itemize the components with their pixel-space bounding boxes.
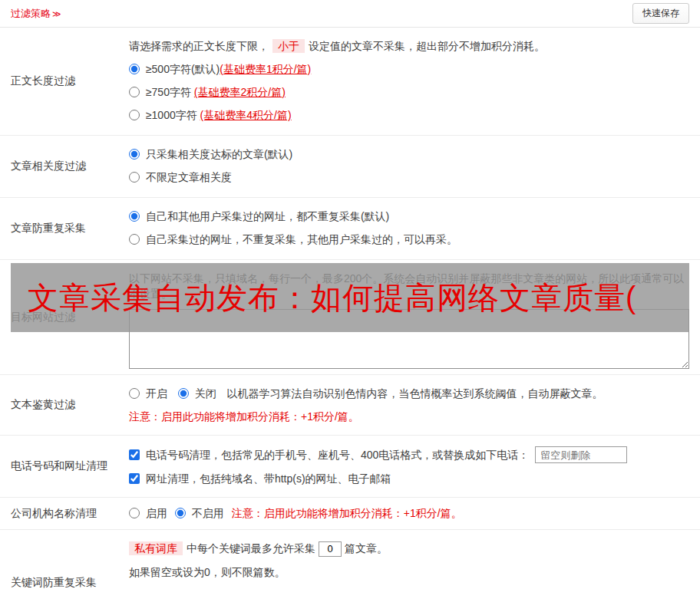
radio-dedupe-all-input[interactable]	[129, 211, 140, 222]
radio-relevance-any[interactable]: 不限定文章相关度	[129, 171, 689, 185]
promo-overlay-banner: 文章采集自动发布：如何提高网络文章质量(	[11, 263, 689, 332]
radio-750-note: (基础费率2积分/篇)	[194, 86, 286, 98]
company-clean-label: 公司机构名称清理	[0, 498, 129, 529]
keyword-dedupe-label: 关键词防重复采集	[0, 530, 129, 589]
checkbox-phone-clean-input[interactable]	[129, 449, 140, 460]
body-length-label: 正文长度过滤	[0, 28, 129, 135]
radio-company-on[interactable]: 启用	[129, 507, 167, 521]
section-company-clean: 公司机构名称清理 启用 不启用 注意：启用此功能将增加积分消耗：+1积分/篇。	[0, 498, 700, 530]
relevance-label: 文章相关度过滤	[0, 136, 129, 197]
radio-company-on-label: 启用	[146, 507, 167, 519]
radio-750-input[interactable]	[129, 87, 140, 97]
radio-1000-input[interactable]	[129, 110, 140, 120]
page-title-text: 过滤策略	[11, 8, 51, 19]
checkbox-url-clean[interactable]: 网址清理，包括纯域名、带http(s)的网址、电子邮箱	[129, 472, 391, 485]
porn-filter-label: 文本鉴黄过滤	[0, 375, 129, 435]
intro-before: 请选择需求的正文长度下限，	[129, 40, 269, 52]
radio-porn-off-input[interactable]	[178, 388, 189, 399]
keyword-line1-after: 篇文章。	[345, 542, 388, 554]
radio-company-off-input[interactable]	[175, 508, 186, 518]
radio-option-750[interactable]: ≥750字符 (基础费率2积分/篇)	[129, 86, 689, 100]
radio-porn-on[interactable]: 开启	[129, 387, 170, 400]
body-length-intro: 请选择需求的正文长度下限，小于设定值的文章不采集，超出部分不增加积分消耗。	[129, 38, 689, 54]
radio-company-on-input[interactable]	[129, 508, 140, 518]
radio-porn-off[interactable]: 关闭	[178, 387, 220, 400]
radio-option-500[interactable]: ≥500字符(默认)(基础费率1积分/篇)	[129, 63, 689, 77]
promo-overlay-text: 文章采集自动发布：如何提高网络文章质量(	[11, 277, 636, 319]
radio-company-off-label: 不启用	[192, 507, 224, 519]
radio-1000-note: (基础费率4积分/篇)	[200, 109, 292, 121]
porn-filter-desc: 以机器学习算法自动识别色情内容，当色情概率达到系统阈值，自动屏蔽文章。	[227, 387, 603, 400]
radio-relevance-strict-input[interactable]	[129, 149, 140, 160]
radio-company-off[interactable]: 不启用	[175, 507, 224, 521]
radio-relevance-any-input[interactable]	[129, 172, 140, 183]
keyword-line2: 如果留空或设为0，则不限篇数。	[129, 564, 689, 580]
radio-dedupe-all-label: 自己和其他用户采集过的网址，都不重复采集(默认)	[146, 210, 389, 222]
header-bar: 过滤策略≫ 快速保存	[0, 0, 700, 28]
phone-url-label: 电话号码和网址清理	[0, 436, 129, 497]
radio-porn-on-input[interactable]	[129, 388, 140, 399]
section-keyword-dedupe: 关键词防重复采集 私有词库中每个关键词最多允许采集篇文章。 如果留空或设为0，则…	[0, 530, 700, 589]
section-porn-filter: 文本鉴黄过滤 开启 关闭 以机器学习算法自动识别色情内容，当色情概率达到系统阈值…	[0, 375, 700, 436]
section-dedupe: 文章防重复采集 自己和其他用户采集过的网址，都不重复采集(默认) 自己采集过的网…	[0, 198, 700, 260]
porn-filter-note: 注意：启用此功能将增加积分消耗：+1积分/篇。	[129, 409, 689, 424]
intro-after: 设定值的文章不采集，超出部分不增加积分消耗。	[309, 40, 545, 52]
max-articles-input[interactable]	[319, 541, 342, 557]
radio-option-1000[interactable]: ≥1000字符 (基础费率4积分/篇)	[129, 109, 689, 123]
quick-save-button[interactable]: 快速保存	[632, 3, 689, 24]
radio-500-label: ≥500字符(默认)	[146, 63, 220, 75]
radio-dedupe-all[interactable]: 自己和其他用户采集过的网址，都不重复采集(默认)	[129, 210, 689, 224]
radio-porn-off-label: 关闭	[195, 387, 216, 400]
private-lexicon-highlight: 私有词库	[129, 541, 183, 555]
radio-dedupe-self-input[interactable]	[129, 234, 140, 245]
radio-porn-on-label: 开启	[146, 387, 167, 400]
replacement-phone-input[interactable]	[535, 446, 627, 463]
radio-750-label: ≥750字符	[146, 86, 194, 98]
section-body-length: 正文长度过滤 请选择需求的正文长度下限，小于设定值的文章不采集，超出部分不增加积…	[0, 28, 700, 136]
radio-500-note: (基础费率1积分/篇)	[220, 63, 311, 75]
radio-dedupe-self-label: 自己采集过的网址，不重复采集，其他用户采集过的，可以再采。	[146, 233, 457, 245]
section-phone-url-clean: 电话号码和网址清理 电话号码清理，包括常见的手机号、座机号、400电话格式，或替…	[0, 436, 700, 498]
checkbox-url-clean-input[interactable]	[129, 473, 140, 484]
section-relevance: 文章相关度过滤 只采集相关度达标的文章(默认) 不限定文章相关度	[0, 136, 700, 198]
radio-1000-label: ≥1000字符	[146, 109, 200, 121]
keyword-line1-mid: 中每个关键词最多允许采集	[187, 542, 315, 554]
dedupe-label: 文章防重复采集	[0, 198, 129, 259]
less-than-highlight: 小于	[272, 39, 305, 53]
page-title[interactable]: 过滤策略≫	[11, 7, 61, 21]
filter-strategy-page: 过滤策略≫ 快速保存 正文长度过滤 请选择需求的正文长度下限，小于设定值的文章不…	[0, 0, 700, 589]
radio-500-input[interactable]	[129, 64, 140, 74]
radio-relevance-strict[interactable]: 只采集相关度达标的文章(默认)	[129, 148, 689, 162]
checkbox-phone-clean[interactable]: 电话号码清理，包括常见的手机号、座机号、400电话格式，或替换成如下电话：	[129, 449, 532, 461]
company-clean-note: 注意：启用此功能将增加积分消耗：+1积分/篇。	[232, 507, 462, 521]
checkbox-url-clean-label: 网址清理，包括纯域名、带http(s)的网址、电子邮箱	[146, 472, 391, 485]
checkbox-phone-clean-label: 电话号码清理，包括常见的手机号、座机号、400电话格式，或替换成如下电话：	[146, 449, 529, 461]
radio-dedupe-self[interactable]: 自己采集过的网址，不重复采集，其他用户采集过的，可以再采。	[129, 233, 689, 247]
radio-relevance-strict-label: 只采集相关度达标的文章(默认)	[146, 148, 292, 160]
collapse-chevron-icon: ≫	[52, 9, 61, 18]
radio-relevance-any-label: 不限定文章相关度	[146, 171, 232, 183]
